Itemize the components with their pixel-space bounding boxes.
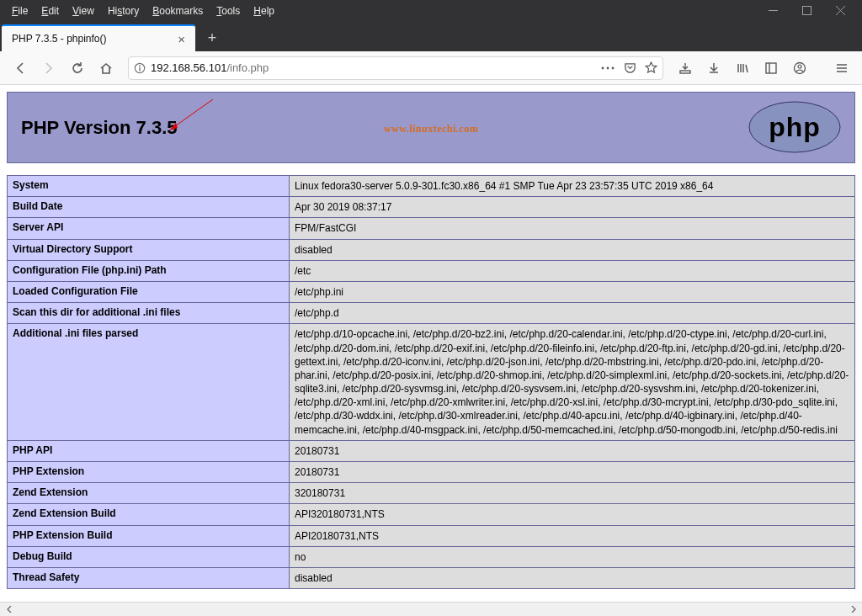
info-key: Thread Safety (8, 567, 290, 588)
svg-line-12 (173, 99, 213, 128)
sidebar-icon[interactable] (759, 56, 783, 80)
phpinfo-table: SystemLinux fedora30-server 5.0.9-301.fc… (7, 175, 855, 589)
info-key: Loaded Configuration File (8, 281, 290, 302)
table-row: Scan this dir for additional .ini files/… (8, 303, 855, 324)
info-key: Debug Build (8, 546, 290, 567)
table-row: PHP API20180731 (8, 440, 855, 461)
info-key: Virtual Directory Support (8, 239, 290, 260)
info-value: 20180731 (290, 440, 855, 461)
info-key: System (8, 176, 290, 197)
info-key: Additional .ini files parsed (8, 324, 290, 441)
svg-rect-3 (139, 67, 140, 71)
menu-help[interactable]: Help (247, 3, 281, 19)
info-key: Scan this dir for additional .ini files (8, 303, 290, 324)
info-value: /etc/php.d (290, 303, 855, 324)
info-value: /etc/php.ini (290, 281, 855, 302)
browser-tab[interactable]: PHP 7.3.5 - phpinfo() × (2, 24, 195, 51)
tab-close-icon[interactable]: × (176, 33, 187, 45)
menu-edit[interactable]: Edit (35, 3, 66, 19)
info-key: Server API (8, 218, 290, 239)
table-row: Debug Buildno (8, 546, 855, 567)
info-key: PHP API (8, 440, 290, 461)
annotation-arrow-icon (168, 98, 215, 131)
svg-rect-0 (802, 7, 811, 15)
url-text: 192.168.56.101/info.php (151, 61, 595, 74)
table-row: Server APIFPM/FastCGI (8, 218, 855, 239)
send-to-device-icon[interactable] (673, 56, 697, 80)
tab-title: PHP 7.3.5 - phpinfo() (12, 33, 169, 45)
tab-strip: PHP 7.3.5 - phpinfo() × + (0, 21, 862, 51)
svg-text:php: php (769, 112, 821, 142)
menubar: File Edit View History Bookmarks Tools H… (0, 0, 862, 21)
info-value: /etc (290, 260, 855, 281)
menu-view[interactable]: View (66, 3, 101, 19)
info-key: PHP Extension Build (8, 525, 290, 546)
home-button[interactable] (94, 56, 118, 80)
window-controls (756, 0, 857, 21)
info-key: Zend Extension Build (8, 504, 290, 525)
window-maximize[interactable] (790, 0, 823, 21)
browser-toolbar: 192.168.56.101/info.php (0, 51, 862, 85)
pocket-icon[interactable] (624, 61, 636, 74)
table-row: Additional .ini files parsed/etc/php.d/1… (8, 324, 855, 441)
info-value: Linux fedora30-server 5.0.9-301.fc30.x86… (290, 176, 855, 197)
page-content[interactable]: PHP Version 7.3.5 www.linuxtechi.com php… (0, 85, 862, 616)
window-minimize[interactable] (756, 0, 790, 21)
info-value: no (290, 546, 855, 567)
info-key: Zend Extension (8, 483, 290, 504)
table-row: Zend Extension BuildAPI320180731,NTS (8, 504, 855, 525)
library-icon[interactable] (731, 56, 754, 80)
identity-info-icon[interactable] (134, 62, 146, 74)
downloads-icon[interactable] (702, 56, 726, 80)
svg-point-4 (602, 66, 604, 69)
horizontal-scrollbar[interactable] (0, 602, 862, 616)
info-value: Apr 30 2019 08:37:17 (290, 197, 855, 218)
table-row: Configuration File (php.ini) Path/etc (8, 260, 855, 281)
page-actions-icon[interactable] (600, 62, 615, 74)
info-value: API20180731,NTS (290, 525, 855, 546)
svg-rect-7 (680, 71, 690, 73)
info-key: Configuration File (php.ini) Path (8, 260, 290, 281)
account-icon[interactable] (788, 56, 811, 80)
menu-tools[interactable]: Tools (210, 3, 247, 19)
star-icon[interactable] (645, 61, 657, 74)
info-value: disabled (290, 567, 855, 588)
hamburger-menu-icon[interactable] (830, 56, 854, 80)
scroll-right-icon[interactable] (846, 603, 860, 616)
scroll-left-icon[interactable] (2, 603, 16, 616)
svg-point-11 (798, 65, 801, 68)
window-close[interactable] (823, 0, 857, 21)
info-value: API320180731,NTS (290, 504, 855, 525)
info-key: PHP Extension (8, 462, 290, 483)
url-bar[interactable]: 192.168.56.101/info.php (128, 56, 663, 80)
table-row: Build DateApr 30 2019 08:37:17 (8, 197, 855, 218)
svg-point-2 (139, 65, 141, 66)
table-row: Virtual Directory Supportdisabled (8, 239, 855, 260)
reload-button[interactable] (66, 56, 89, 80)
menu-file[interactable]: File (5, 3, 35, 19)
table-row: Thread Safetydisabled (8, 567, 855, 588)
svg-rect-8 (766, 63, 776, 73)
info-value: 20180731 (290, 462, 855, 483)
svg-point-6 (612, 66, 615, 69)
menu-bookmarks[interactable]: Bookmarks (146, 3, 210, 19)
table-row: PHP Extension20180731 (8, 462, 855, 483)
info-value: /etc/php.d/10-opcache.ini, /etc/php.d/20… (290, 324, 855, 441)
table-row: SystemLinux fedora30-server 5.0.9-301.fc… (8, 176, 855, 197)
info-value: disabled (290, 239, 855, 260)
php-logo-icon: php (748, 101, 841, 156)
info-value: FPM/FastCGI (290, 218, 855, 239)
svg-marker-13 (169, 123, 178, 130)
info-key: Build Date (8, 197, 290, 218)
table-row: PHP Extension BuildAPI20180731,NTS (8, 525, 855, 546)
forward-button (37, 56, 61, 80)
watermark-text: www.linuxtechi.com (384, 123, 478, 135)
svg-point-5 (607, 66, 609, 69)
new-tab-button[interactable]: + (199, 24, 226, 51)
back-button[interactable] (8, 56, 32, 80)
table-row: Loaded Configuration File/etc/php.ini (8, 281, 855, 302)
php-version-title: PHP Version 7.3.5 (21, 117, 177, 139)
info-value: 320180731 (290, 483, 855, 504)
menu-history[interactable]: History (101, 3, 146, 19)
table-row: Zend Extension320180731 (8, 483, 855, 504)
